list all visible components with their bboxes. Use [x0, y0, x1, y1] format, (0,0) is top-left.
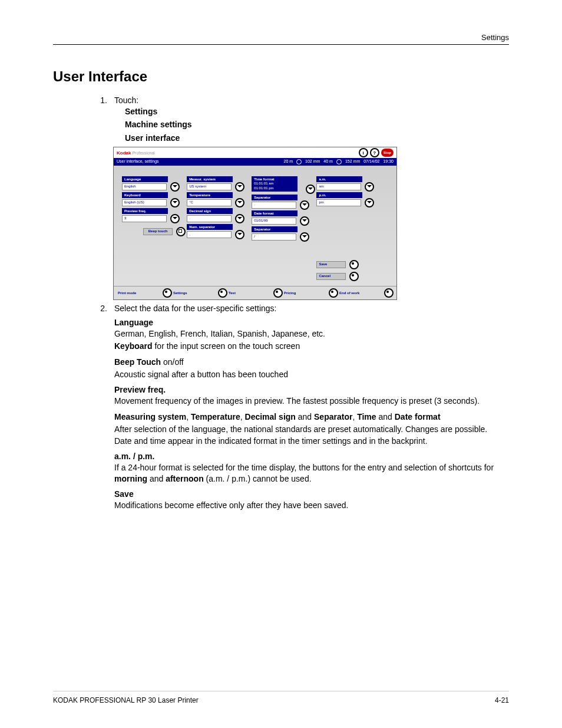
value-timesep: :: [252, 202, 296, 209]
dropdown-dateformat[interactable]: [300, 216, 309, 226]
dropdown-decimal[interactable]: [235, 214, 244, 223]
bar-date: 07/14/02: [363, 159, 379, 164]
help-icon[interactable]: ?: [370, 148, 379, 157]
desc-formatting-p2: Date and time appear in the indicated fo…: [114, 436, 509, 447]
roll1-icon: [296, 159, 302, 164]
label-numsep: Num. separator: [187, 224, 233, 230]
save-button[interactable]: Save: [316, 261, 346, 268]
label-preview: Preview freq.: [122, 208, 168, 214]
step2-number: 2.: [94, 304, 107, 313]
footer-settings-icon: [218, 288, 227, 298]
beep-touch-button[interactable]: Beep touch: [143, 228, 173, 235]
footer-test[interactable]: Test: [227, 288, 283, 298]
step2-prompt: Select the data for the user-specific se…: [114, 304, 276, 313]
footer-pricing-icon: [329, 288, 338, 298]
desc-formatting-h: Measuring system, Temperature, Decimal s…: [114, 411, 509, 423]
value-datesep: /: [252, 233, 296, 241]
brand-label: Kodak Professional: [117, 150, 155, 156]
footer-settings[interactable]: Settings: [172, 288, 227, 298]
roll2-len: 40 m: [323, 159, 333, 164]
value-decimal: .: [187, 215, 232, 222]
page-title: User Interface: [53, 68, 509, 85]
cancel-radio-icon[interactable]: [349, 272, 359, 281]
desc-formatting-p1: After selection of the language, the nat…: [114, 424, 509, 435]
roll1-len: 20 m: [284, 159, 293, 164]
roll2-width: 152 mm: [345, 159, 360, 164]
value-language: English: [122, 183, 167, 190]
dropdown-numsep[interactable]: [235, 230, 244, 239]
footer-right: 4-21: [495, 696, 509, 704]
touch-item-ui: User interface: [125, 131, 509, 144]
desc-language-h: Language: [114, 318, 509, 327]
value-numsep: ,: [187, 231, 232, 238]
info-icon[interactable]: i: [359, 148, 368, 157]
dropdown-pm[interactable]: [365, 198, 374, 207]
desc-beep-p: Acoustic signal after a button has been …: [114, 369, 509, 380]
touch-item-settings: Settings: [125, 105, 509, 118]
dropdown-language[interactable]: [170, 182, 180, 192]
step1-number: 1.: [94, 95, 107, 144]
label-language: Language: [122, 176, 168, 182]
beep-touch-toggle[interactable]: [176, 227, 186, 236]
footer-pricing[interactable]: Pricing: [283, 288, 338, 298]
desc-save-h: Save: [114, 489, 509, 499]
stop-button[interactable]: Stop: [381, 149, 394, 157]
dropdown-am[interactable]: [365, 182, 374, 192]
footer-test-icon: [273, 288, 283, 298]
label-keyboard: Keyboard: [122, 192, 168, 198]
bar-title: User interface, settings: [117, 159, 159, 164]
save-radio-icon[interactable]: [349, 260, 359, 269]
label-measure: Measur. system: [187, 176, 233, 182]
value-am: am: [316, 183, 361, 190]
desc-save-p: Modifications become effective only afte…: [114, 500, 509, 511]
value-preview: 3: [122, 215, 167, 222]
label-pm: p.m.: [316, 192, 362, 198]
footer-left: KODAK PROFESSIONAL RP 30 Laser Printer: [53, 696, 199, 704]
bar-time: 19:30: [383, 159, 394, 164]
header-section: Settings: [481, 33, 509, 42]
step1-prompt: Touch:: [114, 95, 138, 105]
ui-screenshot: Kodak Professional i ? Stop User interfa…: [113, 147, 397, 300]
desc-language-p: German, English, French, Italian, Spanis…: [114, 328, 509, 340]
dropdown-timeformat[interactable]: [306, 185, 315, 194]
value-pm: pm: [316, 199, 361, 206]
dropdown-preview[interactable]: [170, 214, 180, 223]
desc-preview-h: Preview freq.: [114, 385, 509, 394]
footer-end-icon: [384, 288, 394, 298]
footer-end-of-work[interactable]: End of work: [338, 288, 394, 298]
label-timesep: Separator: [252, 195, 297, 200]
footer-print-icon: [163, 288, 172, 298]
desc-ampm-p: If a 24-hour format is selected for the …: [114, 462, 509, 485]
dropdown-timesep[interactable]: [300, 200, 309, 210]
label-dateformat: Date format: [252, 210, 297, 216]
label-temperature: Temperature: [187, 192, 233, 198]
touch-item-machine: Machine settings: [125, 118, 509, 131]
value-temperature: °C: [187, 199, 232, 206]
cancel-button[interactable]: Cancel: [316, 273, 346, 280]
value-measure: US system: [187, 183, 232, 190]
footer-print-mode[interactable]: Print mode: [117, 288, 172, 298]
desc-beep-h: Beep Touch on/off: [114, 357, 509, 368]
dropdown-keyboard[interactable]: [170, 198, 180, 207]
dropdown-datesep[interactable]: [300, 232, 309, 242]
dropdown-measure[interactable]: [235, 182, 244, 192]
roll2-icon: [336, 159, 342, 164]
label-datesep: Separator: [252, 226, 297, 232]
value-keyboard: English (US): [122, 199, 167, 206]
label-am: a.m.: [316, 176, 362, 182]
desc-preview-p: Movement frequency of the images in prev…: [114, 396, 509, 407]
dropdown-temperature[interactable]: [235, 198, 244, 207]
desc-ampm-h: a.m. / p.m.: [114, 452, 509, 461]
label-decimal: Decimal sign: [187, 208, 233, 214]
value-dateformat: 01/01/99: [252, 218, 296, 225]
desc-keyboard: Keyboard for the input screen on the tou…: [114, 341, 509, 352]
roll1-width: 102 mm: [305, 159, 320, 164]
